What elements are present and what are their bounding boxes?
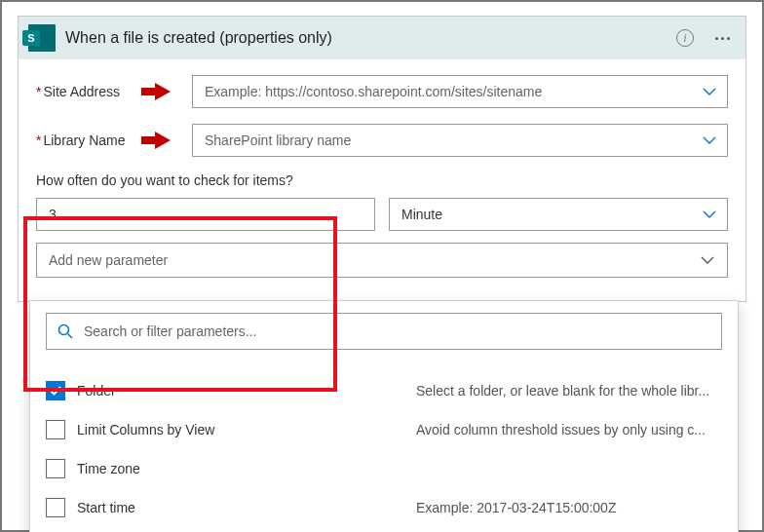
action-card: S When a file is created (properties onl…	[18, 16, 746, 302]
card-body: *Site Address Example: https://contoso.s…	[19, 59, 745, 301]
chevron-down-icon	[702, 84, 717, 99]
search-icon	[57, 323, 74, 340]
library-name-placeholder: SharePoint library name	[205, 133, 351, 148]
required-marker: *	[36, 84, 41, 99]
power-automate-action-card: S When a file is created (properties onl…	[0, 0, 764, 532]
svg-point-0	[59, 325, 69, 335]
interval-input[interactable]	[36, 198, 375, 231]
param-item[interactable]: Time zone	[46, 449, 722, 488]
param-description: Select a folder, or leave blank for the …	[416, 383, 722, 399]
label-library-name: *Library Name	[36, 133, 134, 148]
param-checkbox[interactable]	[46, 420, 65, 439]
param-label: Limit Columns by View	[77, 422, 404, 437]
param-checkbox[interactable]	[46, 459, 65, 478]
info-icon: i	[676, 29, 694, 47]
param-label: Start time	[77, 500, 404, 515]
interval-row: Minute	[36, 198, 728, 231]
param-item[interactable]: Limit Columns by ViewAvoid column thresh…	[46, 410, 722, 449]
interval-unit-label: Minute	[401, 207, 442, 222]
chevron-down-icon	[700, 252, 715, 268]
add-parameter-row: Add new parameter	[36, 243, 728, 278]
more-button[interactable]	[708, 24, 736, 52]
interval-prompt: How often do you want to check for items…	[36, 172, 728, 188]
interval-unit-dropdown[interactable]: Minute	[389, 198, 728, 231]
sharepoint-icon: S	[28, 24, 56, 52]
annotation-arrow	[143, 83, 182, 100]
param-description: Avoid column threshold issues by only us…	[416, 422, 722, 437]
chevron-down-icon	[702, 133, 717, 148]
site-address-dropdown[interactable]: Example: https://contoso.sharepoint.com/…	[192, 75, 728, 108]
card-header: S When a file is created (properties onl…	[19, 17, 745, 59]
svg-line-1	[68, 334, 73, 339]
site-address-placeholder: Example: https://contoso.sharepoint.com/…	[205, 84, 542, 99]
sharepoint-icon-letter: S	[22, 30, 40, 46]
parameter-search-placeholder: Search or filter parameters...	[84, 323, 256, 339]
card-title: When a file is created (properties only)	[65, 29, 662, 47]
param-checkbox[interactable]	[46, 381, 65, 400]
library-name-dropdown[interactable]: SharePoint library name	[192, 124, 728, 157]
required-marker: *	[36, 133, 41, 148]
label-site-address: *Site Address	[36, 84, 134, 99]
red-arrow-icon	[155, 132, 171, 149]
param-checkbox[interactable]	[46, 498, 65, 517]
parameter-panel: Search or filter parameters... FolderSel…	[29, 300, 739, 532]
red-arrow-icon	[155, 83, 171, 100]
param-label: Time zone	[77, 461, 404, 476]
param-item[interactable]: FolderSelect a folder, or leave blank fo…	[46, 371, 722, 410]
parameter-search[interactable]: Search or filter parameters...	[46, 313, 722, 350]
row-library-name: *Library Name SharePoint library name	[36, 124, 728, 157]
param-label: Folder	[77, 383, 404, 399]
ellipsis-icon	[715, 37, 730, 40]
add-parameter-dropdown[interactable]: Add new parameter	[36, 243, 728, 278]
annotation-arrow	[143, 132, 182, 149]
chevron-down-icon	[702, 207, 717, 222]
add-parameter-label: Add new parameter	[49, 252, 168, 268]
info-button[interactable]: i	[671, 24, 699, 52]
parameter-list: FolderSelect a folder, or leave blank fo…	[46, 371, 722, 527]
param-item[interactable]: Start timeExample: 2017-03-24T15:00:00Z	[46, 488, 722, 527]
param-description: Example: 2017-03-24T15:00:00Z	[416, 500, 722, 515]
row-site-address: *Site Address Example: https://contoso.s…	[36, 75, 728, 108]
